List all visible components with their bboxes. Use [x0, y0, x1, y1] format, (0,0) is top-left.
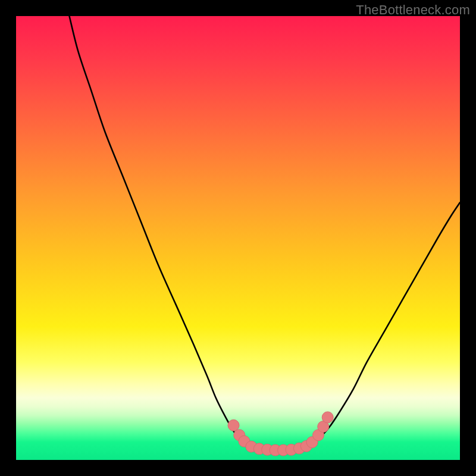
attribution-label: TheBottleneck.com [356, 2, 470, 18]
plot-area [16, 16, 460, 460]
curve-marker [228, 419, 239, 431]
bottleneck-curve [16, 16, 460, 460]
chart-frame: TheBottleneck.com [0, 0, 476, 476]
curve-right-branch [309, 202, 460, 446]
curve-markers [228, 412, 333, 456]
curve-left-branch [70, 16, 247, 447]
curve-marker [322, 412, 333, 423]
